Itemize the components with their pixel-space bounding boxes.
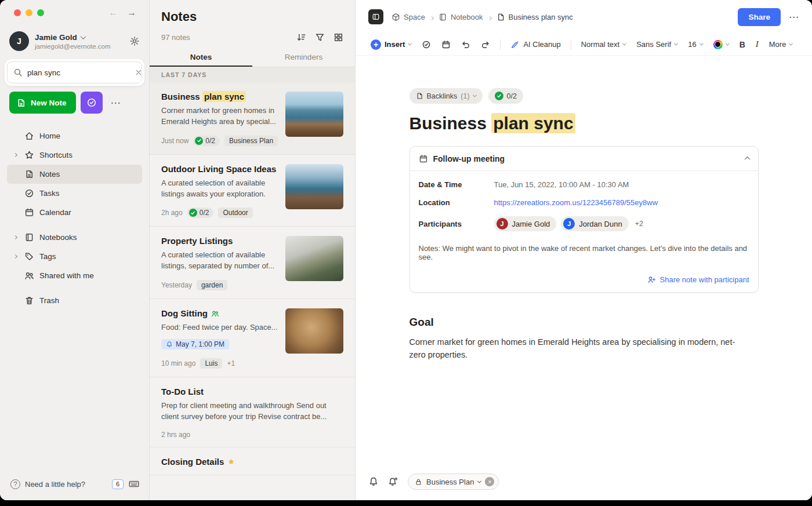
tab-reminders[interactable]: Reminders xyxy=(252,47,355,67)
people-icon xyxy=(24,271,34,281)
breadcrumb-notebook[interactable]: Notebook xyxy=(438,13,483,21)
ai-sparkle-icon xyxy=(510,40,520,49)
sidebar-item-notes[interactable]: Notes xyxy=(7,165,142,184)
minimize-window-button[interactable] xyxy=(26,9,32,16)
breadcrumb-space[interactable]: Space xyxy=(392,13,425,21)
tasks-progress-badge: 0/2 xyxy=(187,208,214,218)
maximize-window-button[interactable] xyxy=(37,9,44,16)
sidebar-item-shortcuts[interactable]: Shortcuts xyxy=(7,145,142,165)
meeting-card-header[interactable]: Follow-up meeting xyxy=(410,147,758,171)
reminder-bell-icon[interactable] xyxy=(368,476,379,487)
text-color-picker[interactable] xyxy=(709,37,734,52)
close-window-button[interactable] xyxy=(14,9,21,16)
collapse-chevron-icon[interactable] xyxy=(744,156,750,162)
keyboard-shortcuts-icon[interactable] xyxy=(128,478,140,490)
breadcrumb-note[interactable]: Business plan sync xyxy=(496,13,573,21)
sidebar-item-tasks[interactable]: Tasks xyxy=(7,184,142,203)
sidebar-more-button[interactable]: ⋯ xyxy=(111,97,121,109)
insert-task-icon[interactable] xyxy=(417,37,436,52)
sidebar-toggle-icon[interactable] xyxy=(368,9,383,24)
expand-chevron-icon[interactable] xyxy=(13,235,17,239)
tag-chevron-icon[interactable] xyxy=(477,479,481,483)
add-reminder-bell-icon[interactable] xyxy=(388,476,398,487)
backlinks-pill[interactable]: Backlinks (1) xyxy=(409,88,483,104)
sidebar-item-home[interactable]: Home xyxy=(7,126,142,145)
traffic-lights xyxy=(14,9,44,16)
filter-icon[interactable] xyxy=(315,32,325,42)
more-formatting-dropdown[interactable]: More xyxy=(764,37,798,52)
text-style-dropdown[interactable]: Normal text xyxy=(577,37,630,52)
note-card-property-listings[interactable]: Property Listings A curated selection of… xyxy=(150,227,355,299)
font-family-dropdown[interactable]: Sans Serif xyxy=(632,37,682,52)
note-tag-badge[interactable]: garden xyxy=(197,280,227,290)
editor-header: Space Notebook Business plan sync Share … xyxy=(356,0,812,34)
lock-icon xyxy=(415,478,422,486)
note-tag-badge[interactable]: Outdoor xyxy=(218,208,252,218)
sidebar-item-label: Trash xyxy=(39,296,59,305)
note-card-dog-sitting[interactable]: Dog Sitting Food: Feed twice per day. Sp… xyxy=(150,299,355,377)
font-size-dropdown[interactable]: 16 xyxy=(683,37,707,52)
search-input[interactable] xyxy=(27,68,130,77)
clear-search-icon[interactable] xyxy=(135,68,143,77)
ai-cleanup-button[interactable]: AI Cleanup xyxy=(506,37,565,52)
chevron-down-icon xyxy=(80,34,86,39)
note-card-outdoor-living[interactable]: Outdoor Living Space Ideas A curated sel… xyxy=(150,155,355,227)
person-plus-icon xyxy=(647,275,656,284)
user-avatar: J xyxy=(9,31,29,51)
note-tag-pill[interactable]: Business Plan × xyxy=(408,474,499,490)
help-label: Need a little help? xyxy=(25,480,85,489)
expand-chevron-icon[interactable] xyxy=(13,153,17,157)
tab-notes[interactable]: Notes xyxy=(150,47,252,67)
meeting-location-link[interactable]: https://zereatlors.zoom.us/1223456789/55… xyxy=(494,198,658,207)
note-tag-badge[interactable]: Business Plan xyxy=(224,136,278,146)
note-card-closing-details[interactable]: Closing Details xyxy=(150,447,355,475)
share-note-with-participant-link[interactable]: Share note with participant xyxy=(647,275,749,284)
grid-view-icon[interactable] xyxy=(334,32,343,42)
search-box[interactable] xyxy=(7,61,142,83)
remove-tag-icon[interactable]: × xyxy=(485,477,494,486)
settings-gear-icon[interactable] xyxy=(129,36,140,46)
undo-icon[interactable] xyxy=(456,37,475,52)
note-card-title: Property Listings xyxy=(161,236,278,246)
insert-calendar-icon[interactable] xyxy=(437,37,455,52)
note-card-snippet: A curated selection of available listing… xyxy=(161,250,278,272)
new-task-button[interactable] xyxy=(81,92,103,114)
expand-chevron-icon[interactable] xyxy=(13,254,17,259)
note-card-time: Yesterday xyxy=(161,281,192,289)
redo-icon[interactable] xyxy=(476,37,495,52)
sidebar-item-notebooks[interactable]: Notebooks xyxy=(7,228,142,247)
note-card-title: Closing Details xyxy=(161,457,343,467)
participant-chip[interactable]: J Jordan Dunn xyxy=(561,216,628,231)
note-body[interactable]: Backlinks (1) 0/2 Business plan sync Fol… xyxy=(356,56,812,468)
note-title[interactable]: Business plan sync xyxy=(409,114,759,133)
participant-avatar: J xyxy=(563,218,575,230)
tasks-progress-pill[interactable]: 0/2 xyxy=(488,88,523,104)
sidebar-item-calendar[interactable]: Calendar xyxy=(7,203,142,222)
meeting-notes: Notes: We might want to pivot in the wak… xyxy=(419,241,749,265)
sort-icon[interactable] xyxy=(296,32,306,42)
help-row[interactable]: ? Need a little help? 6 xyxy=(0,470,149,500)
panel-title: Notes xyxy=(161,9,343,24)
account-switcher[interactable]: J Jamie Gold jamiegold@evernote.com xyxy=(0,26,149,58)
sidebar-item-label: Shared with me xyxy=(39,271,94,280)
note-icon xyxy=(24,169,34,179)
insert-button[interactable]: + Insert xyxy=(366,37,416,53)
calendar-icon xyxy=(419,154,428,163)
note-card-business-plan-sync[interactable]: Business plan sync Corner market for gre… xyxy=(150,82,355,155)
note-card-todo-list[interactable]: To-Do List Prep for client meeting and w… xyxy=(150,377,355,447)
sidebar-item-tags[interactable]: Tags xyxy=(7,247,142,266)
participant-chip[interactable]: J Jamie Gold xyxy=(494,216,557,231)
more-options-icon[interactable]: ⋯ xyxy=(789,11,799,23)
bold-button[interactable]: B xyxy=(735,37,750,52)
sidebar-item-shared-with-me[interactable]: Shared with me xyxy=(7,266,142,285)
sidebar-item-trash[interactable]: Trash xyxy=(7,291,142,310)
note-card-time: Just now xyxy=(161,137,188,145)
italic-button[interactable]: I xyxy=(751,37,763,52)
new-note-button[interactable]: New Note xyxy=(9,92,76,114)
note-tag-badge[interactable]: Luis xyxy=(200,358,222,369)
forward-arrow-icon[interactable]: → xyxy=(127,8,136,18)
sidebar-nav: Home Shortcuts Notes Tasks Calendar xyxy=(0,126,149,310)
note-card-time: 2h ago xyxy=(161,209,183,217)
back-arrow-icon[interactable]: ← xyxy=(108,8,118,18)
share-button[interactable]: Share xyxy=(738,8,781,26)
